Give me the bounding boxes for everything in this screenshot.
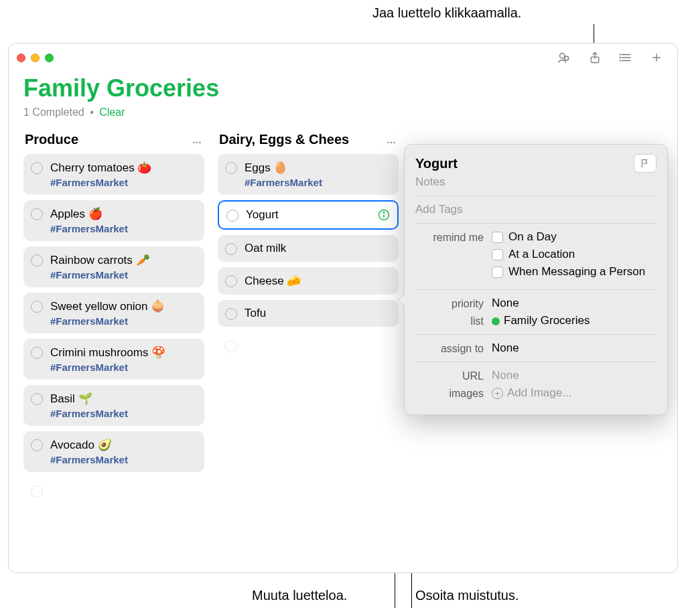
list-item[interactable]: Tofu	[218, 300, 399, 327]
complete-circle-icon[interactable]	[226, 210, 238, 222]
svg-point-13	[383, 212, 384, 213]
list-item[interactable]: Avocado 🥑#FarmersMarket	[23, 431, 204, 472]
list-item[interactable]: Cherry tomatoes 🍅#FarmersMarket	[23, 154, 204, 195]
item-tag[interactable]: #FarmersMarket	[50, 408, 196, 419]
complete-circle-icon[interactable]	[225, 162, 237, 174]
complete-circle-icon[interactable]	[31, 347, 43, 359]
list-item[interactable]: Basil 🌱#FarmersMarket	[23, 385, 204, 426]
item-tag[interactable]: #FarmersMarket	[50, 362, 196, 373]
list-item[interactable]: Apples 🍎#FarmersMarket	[23, 200, 204, 241]
callout-assign: Osoita muistutus.	[415, 588, 519, 603]
column-title: Dairy, Eggs & Chees	[219, 132, 349, 147]
column-title: Produce	[25, 132, 78, 147]
list-item[interactable]: Oat milk	[218, 235, 399, 262]
item-text: Basil 🌱	[50, 392, 196, 406]
list-label: list	[415, 314, 492, 327]
flag-button[interactable]	[634, 154, 657, 173]
item-tag[interactable]: #FarmersMarket	[50, 269, 196, 281]
url-value[interactable]: None	[492, 369, 657, 382]
callout-share: Jaa luettelo klikkaamalla.	[372, 5, 521, 21]
list-value[interactable]: Family Groceries	[492, 314, 657, 327]
item-tag[interactable]: #FarmersMarket	[50, 315, 196, 327]
column-more-button[interactable]: …	[192, 135, 203, 145]
tags-field[interactable]: Add Tags	[415, 203, 657, 216]
item-text: Tofu	[245, 307, 391, 320]
complete-circle-icon[interactable]	[31, 208, 43, 220]
maximize-icon[interactable]	[45, 54, 54, 62]
add-button[interactable]	[644, 48, 669, 67]
item-text: Avocado 🥑	[50, 438, 196, 452]
list-item[interactable]: Eggs 🥚#FarmersMarket	[218, 154, 399, 195]
complete-circle-icon[interactable]	[31, 393, 43, 405]
empty-circle-icon	[225, 340, 237, 352]
complete-circle-icon[interactable]	[31, 439, 43, 451]
column-produce: Produce … Cherry tomatoes 🍅#FarmersMarke…	[23, 129, 204, 496]
complete-circle-icon[interactable]	[31, 301, 43, 313]
svg-point-1	[565, 56, 569, 60]
remind-when-messaging[interactable]: When Messaging a Person	[492, 265, 657, 279]
popover-arrow	[399, 293, 405, 307]
remind-me-label: remind me	[415, 230, 492, 244]
images-label: images	[415, 386, 492, 400]
callout-change-list: Muuta luetteloa.	[252, 588, 347, 603]
complete-circle-icon[interactable]	[225, 243, 237, 255]
minimize-icon[interactable]	[31, 54, 40, 62]
svg-point-0	[560, 54, 565, 58]
traffic-lights	[17, 54, 54, 62]
info-icon[interactable]	[377, 208, 391, 222]
priority-value[interactable]: None	[492, 297, 657, 310]
collaborate-button[interactable]	[551, 48, 577, 67]
reminder-details-popover: Yogurt Notes Add Tags remind me On a Day…	[404, 144, 668, 415]
list-item[interactable]: Yogurt	[218, 200, 399, 230]
popover-title[interactable]: Yogurt	[415, 156, 628, 171]
completed-count: 1 Completed	[23, 106, 84, 118]
clear-button[interactable]: Clear	[99, 106, 125, 118]
item-tag[interactable]: #FarmersMarket	[50, 454, 196, 465]
svg-point-8	[620, 60, 620, 61]
remind-at-location[interactable]: At a Location	[492, 248, 657, 261]
item-tag[interactable]: #FarmersMarket	[245, 177, 391, 188]
list-header: Family Groceries 1 Completed • Clear	[9, 72, 677, 124]
list-item[interactable]: Rainbow carrots 🥕#FarmersMarket	[23, 246, 204, 287]
remind-on-day[interactable]: On a Day	[492, 230, 657, 244]
item-text: Cheese 🧀	[245, 274, 391, 288]
list-item[interactable]: Sweet yellow onion 🧅#FarmersMarket	[23, 293, 204, 333]
item-text: Sweet yellow onion 🧅	[50, 299, 196, 313]
list-item[interactable]: Crimini mushrooms 🍄#FarmersMarket	[23, 339, 204, 380]
share-button[interactable]	[582, 48, 608, 67]
view-button[interactable]	[613, 48, 638, 67]
new-item-placeholder[interactable]	[23, 477, 204, 491]
item-text: Yogurt	[246, 208, 389, 222]
close-icon[interactable]	[17, 54, 25, 62]
item-text: Eggs 🥚	[245, 161, 391, 175]
assign-label: assign to	[415, 341, 492, 355]
complete-circle-icon[interactable]	[31, 162, 43, 174]
assign-value[interactable]: None	[492, 341, 657, 355]
svg-point-7	[620, 58, 620, 58]
list-item[interactable]: Cheese 🧀	[218, 267, 399, 295]
plus-circle-icon: +	[492, 388, 503, 399]
titlebar	[9, 44, 677, 72]
list-subtitle: 1 Completed • Clear	[23, 106, 663, 119]
svg-point-6	[620, 54, 620, 55]
item-text: Oat milk	[245, 242, 391, 255]
column-dairy: Dairy, Eggs & Chees … Eggs 🥚#FarmersMark…	[218, 129, 399, 496]
add-image-button[interactable]: + Add Image...	[492, 386, 657, 400]
priority-label: priority	[415, 297, 492, 310]
item-text: Apples 🍎	[50, 207, 196, 221]
item-tag[interactable]: #FarmersMarket	[50, 223, 196, 234]
complete-circle-icon[interactable]	[225, 308, 237, 320]
item-tag[interactable]: #FarmersMarket	[50, 177, 196, 188]
url-label: URL	[415, 369, 492, 382]
column-more-button[interactable]: …	[387, 135, 397, 145]
list-title: Family Groceries	[23, 74, 663, 102]
item-text: Crimini mushrooms 🍄	[50, 345, 196, 360]
complete-circle-icon[interactable]	[31, 254, 43, 266]
item-text: Rainbow carrots 🥕	[50, 253, 196, 267]
new-item-placeholder[interactable]	[218, 332, 399, 345]
item-text: Cherry tomatoes 🍅	[50, 161, 196, 175]
empty-circle-icon	[31, 485, 43, 497]
app-window: Family Groceries 1 Completed • Clear Pro…	[8, 43, 678, 573]
complete-circle-icon[interactable]	[225, 275, 237, 287]
notes-field[interactable]: Notes	[415, 175, 657, 189]
